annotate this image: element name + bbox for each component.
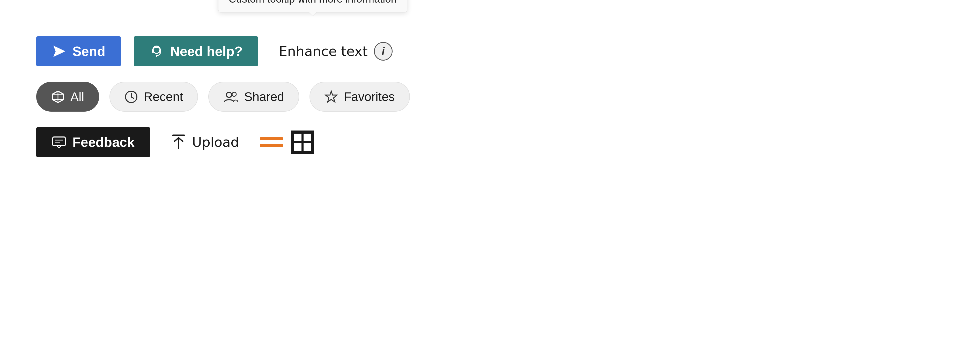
list-view-icon[interactable] <box>260 137 283 147</box>
send-label: Send <box>72 43 105 59</box>
upload-label: Upload <box>192 134 239 150</box>
filter-favorites-button[interactable]: Favorites <box>310 82 410 112</box>
row-bottom: Feedback Upload <box>36 127 410 157</box>
filter-shared-label: Shared <box>244 90 284 104</box>
enhance-text-group: Enhance text Custom tooltip with more in… <box>279 42 392 61</box>
svg-point-4 <box>156 55 158 57</box>
send-button[interactable]: Send <box>36 36 121 66</box>
need-help-button[interactable]: Need help? <box>134 36 258 66</box>
main-container: Send Need help? Enhance text Custom tool… <box>36 36 410 157</box>
svg-line-11 <box>131 97 134 98</box>
clock-icon <box>124 90 138 104</box>
cube-icon <box>51 90 65 104</box>
people-icon <box>223 90 238 104</box>
info-button[interactable]: Custom tooltip with more information i <box>374 42 393 61</box>
svg-rect-3 <box>159 49 161 53</box>
filter-shared-button[interactable]: Shared <box>208 82 299 112</box>
grid-cell-br <box>302 142 312 152</box>
grid-view-icon[interactable] <box>291 131 314 154</box>
row-actions: Send Need help? Enhance text Custom tool… <box>36 36 410 66</box>
info-icon: i <box>382 45 385 58</box>
send-icon <box>52 44 66 59</box>
tooltip-text: Custom tooltip with more information <box>229 0 397 5</box>
svg-rect-15 <box>53 137 65 146</box>
filter-all-button[interactable]: All <box>36 82 99 112</box>
filter-all-label: All <box>70 90 84 104</box>
filter-recent-label: Recent <box>144 90 183 104</box>
svg-point-13 <box>232 92 236 96</box>
headset-icon <box>149 44 164 59</box>
svg-marker-14 <box>326 91 337 102</box>
grid-cell-tr <box>302 133 312 142</box>
need-help-label: Need help? <box>170 43 242 59</box>
filter-favorites-label: Favorites <box>344 90 395 104</box>
feedback-button[interactable]: Feedback <box>36 127 150 157</box>
filter-recent-button[interactable]: Recent <box>110 82 198 112</box>
tooltip-box: Custom tooltip with more information <box>218 0 407 13</box>
filter-row: All Recent Shared Fa <box>36 82 410 112</box>
upload-group[interactable]: Upload <box>171 133 239 151</box>
feedback-label: Feedback <box>72 134 135 150</box>
list-icon-group <box>260 131 314 154</box>
orange-line-2 <box>260 144 283 147</box>
enhance-text-label: Enhance text <box>279 43 368 59</box>
feedback-icon <box>52 135 66 149</box>
svg-marker-0 <box>54 46 65 56</box>
svg-rect-2 <box>152 49 154 53</box>
star-icon <box>325 90 338 104</box>
upload-icon <box>171 133 186 151</box>
orange-line-1 <box>260 137 283 140</box>
grid-cell-bl <box>293 142 302 152</box>
grid-cell-tl <box>293 133 302 142</box>
svg-point-12 <box>226 92 232 98</box>
